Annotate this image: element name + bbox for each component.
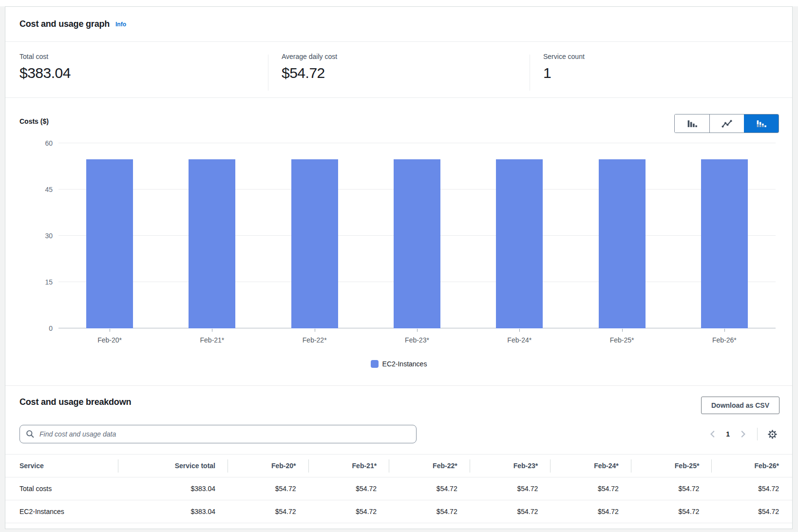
stacked-bar-chart-toggle[interactable] xyxy=(744,114,779,133)
current-page[interactable]: 1 xyxy=(726,430,730,438)
x-axis-tick xyxy=(519,329,520,332)
column-header-feb-20: Feb-20* xyxy=(228,455,308,477)
bar-ec2-instances[interactable] xyxy=(291,159,338,328)
chart-section: Costs ($) xyxy=(5,98,792,386)
breakdown-section: Cost and usage breakdown Download as CSV… xyxy=(5,386,792,530)
value-cell: $54.72 xyxy=(631,500,712,523)
card-header: Cost and usage graph Info xyxy=(5,7,792,42)
stat-average-daily-cost: Average daily cost$54.72 xyxy=(268,42,530,97)
breakdown-title: Cost and usage breakdown xyxy=(19,397,131,407)
bar-slot xyxy=(264,143,366,328)
x-axis-tick xyxy=(110,329,110,332)
bar-slot xyxy=(570,143,673,328)
bar-slot xyxy=(468,143,570,328)
column-header-feb-22: Feb-22* xyxy=(389,455,470,477)
service-cell: EC2-Instances xyxy=(5,500,118,523)
x-axis-tick xyxy=(724,329,725,332)
legend-swatch xyxy=(371,360,379,368)
y-axis-tick-label: 45 xyxy=(5,185,53,194)
stacked-bar-chart-icon xyxy=(756,118,767,129)
value-cell: $54.72 xyxy=(470,500,551,523)
value-cell: $54.72 xyxy=(389,500,470,523)
table-header-row: ServiceService totalFeb-20*Feb-21*Feb-22… xyxy=(5,455,792,477)
line-chart-toggle[interactable] xyxy=(709,114,744,133)
value-cell: $54.72 xyxy=(308,500,389,523)
page-title: Cost and usage graph xyxy=(19,19,110,29)
value-cell: $54.72 xyxy=(711,477,792,500)
chevron-right-icon xyxy=(739,430,747,438)
value-cell: $54.72 xyxy=(228,500,308,523)
chart-y-axis: 015304560 xyxy=(5,143,53,328)
bar-ec2-instances[interactable] xyxy=(599,159,646,328)
chart-bars xyxy=(58,143,776,328)
value-cell: $383.04 xyxy=(118,477,228,500)
settings-gear-button[interactable] xyxy=(764,429,780,439)
bar-ec2-instances[interactable] xyxy=(86,159,133,328)
value-cell: $54.72 xyxy=(631,477,712,500)
bar-chart-toggle[interactable] xyxy=(675,114,709,133)
bar-slot xyxy=(673,143,776,328)
bar-chart-icon xyxy=(687,118,698,129)
stat-label: Average daily cost xyxy=(282,53,530,60)
search-box xyxy=(19,425,417,443)
value-cell: $383.04 xyxy=(118,500,228,523)
column-header-feb-23: Feb-23* xyxy=(470,455,551,477)
value-cell: $54.72 xyxy=(550,500,631,523)
search-input[interactable] xyxy=(38,430,416,438)
bar-slot xyxy=(366,143,468,328)
x-axis-tick xyxy=(315,329,315,332)
x-axis-tick xyxy=(622,329,623,332)
bar-ec2-instances[interactable] xyxy=(394,159,440,328)
stat-value: $383.04 xyxy=(19,65,268,81)
value-cell: $54.72 xyxy=(711,500,792,523)
table-row-total-costs: Total costs$383.04$54.72$54.72$54.72$54.… xyxy=(5,477,792,500)
y-axis-tick-label: 0 xyxy=(5,323,53,333)
info-link[interactable]: Info xyxy=(115,21,126,28)
page-top-margin xyxy=(0,0,798,6)
column-header-feb-26: Feb-26* xyxy=(711,455,792,477)
chart-y-axis-title: Costs ($) xyxy=(19,117,49,125)
bar-ec2-instances[interactable] xyxy=(496,159,543,328)
y-axis-tick-label: 30 xyxy=(5,231,53,241)
x-axis-label: Feb-23* xyxy=(366,336,468,344)
column-header-service-total: Service total xyxy=(118,455,228,477)
search-icon xyxy=(26,430,35,438)
x-axis-tick xyxy=(417,329,418,332)
legend-label: EC2-Instances xyxy=(382,360,427,368)
column-header-feb-25: Feb-25* xyxy=(631,455,712,477)
bar-ec2-instances[interactable] xyxy=(189,159,235,328)
x-axis-label: Feb-24* xyxy=(468,336,570,344)
value-cell: $54.72 xyxy=(470,477,551,500)
value-cell: $54.72 xyxy=(228,477,308,500)
cost-breakdown-table: ServiceService totalFeb-20*Feb-21*Feb-22… xyxy=(5,454,792,523)
download-csv-button[interactable]: Download as CSV xyxy=(701,397,779,414)
stat-total-cost: Total cost$383.04 xyxy=(5,42,268,97)
line-chart-icon xyxy=(722,118,732,129)
previous-page-button[interactable] xyxy=(705,430,720,438)
bar-slot xyxy=(58,143,161,328)
next-page-button[interactable] xyxy=(736,430,750,438)
y-axis-tick-label: 15 xyxy=(5,277,53,287)
value-cell: $54.72 xyxy=(389,477,470,500)
chart-x-axis-labels: Feb-20*Feb-21*Feb-22*Feb-23*Feb-24*Feb-2… xyxy=(58,336,776,344)
stat-value: 1 xyxy=(543,65,792,81)
value-cell: $54.72 xyxy=(308,477,389,500)
table-row-ec2-instances: EC2-Instances$383.04$54.72$54.72$54.72$5… xyxy=(5,500,792,523)
column-header-service: Service xyxy=(5,455,118,477)
chevron-left-icon xyxy=(708,430,717,438)
x-axis-label: Feb-20* xyxy=(58,336,161,344)
cost-usage-card: Cost and usage graph Info Total cost$383… xyxy=(5,6,793,529)
stat-label: Total cost xyxy=(19,53,268,60)
column-header-feb-21: Feb-21* xyxy=(308,455,389,477)
pager-divider xyxy=(757,428,758,440)
stat-value: $54.72 xyxy=(282,65,530,81)
pagination: 1 xyxy=(705,426,780,442)
chart-legend: EC2-Instances xyxy=(5,360,792,368)
x-axis-tick xyxy=(212,329,212,332)
x-axis-label: Feb-26* xyxy=(673,336,776,344)
gear-icon xyxy=(767,429,778,439)
column-header-feb-24: Feb-24* xyxy=(550,455,631,477)
bar-ec2-instances[interactable] xyxy=(701,159,748,328)
value-cell: $54.72 xyxy=(550,477,631,500)
y-axis-tick-label: 60 xyxy=(5,138,53,148)
